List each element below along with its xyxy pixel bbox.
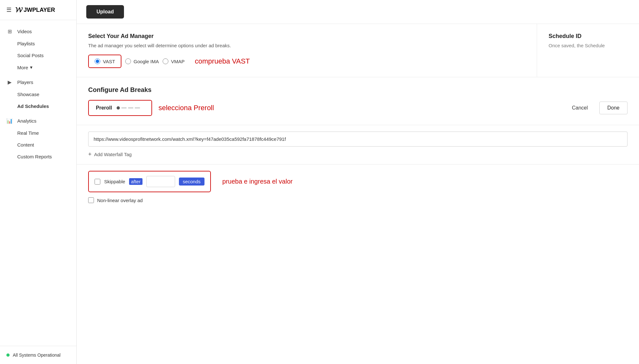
configure-title: Configure Ad Breaks (88, 86, 627, 94)
vast-label: VAST (103, 59, 115, 64)
sidebar-item-label: Analytics (17, 118, 36, 124)
dot-dash-2 (128, 108, 133, 108)
sidebar-item-analytics[interactable]: 📊 Analytics (0, 115, 76, 127)
skip-annotation: prueba e ingresa el valor (222, 178, 293, 185)
content-area: Select Your Ad Manager The ad manager yo… (77, 24, 639, 364)
chevron-down-icon: ▾ (30, 64, 33, 70)
vast-radio-input[interactable] (95, 58, 100, 64)
sidebar-item-showcase[interactable]: Showcase (0, 88, 76, 100)
logo-icon: 𝓦 (15, 6, 22, 14)
vmap-radio-input[interactable] (163, 58, 168, 64)
showcase-label: Showcase (17, 92, 39, 97)
vast-radio-option[interactable]: VAST (95, 58, 115, 64)
vast-radio-box: VAST (88, 55, 121, 68)
schedule-id-title: Schedule ID (549, 33, 627, 40)
seconds-label: seconds (179, 178, 204, 186)
social-posts-label: Social Posts (17, 53, 44, 58)
playlists-label: Playlists (17, 41, 35, 46)
sidebar-item-real-time[interactable]: Real Time (0, 127, 76, 139)
analytics-icon: 📊 (6, 118, 13, 124)
play-icon: ▶ (6, 79, 13, 85)
vmap-label: VMAP (171, 59, 185, 64)
done-button[interactable]: Done (599, 102, 627, 114)
cancel-button[interactable]: Cancel (567, 102, 593, 114)
sidebar-item-videos[interactable]: ⊞ Videos (0, 25, 76, 38)
nonlinear-checkbox[interactable] (88, 197, 94, 203)
ad-schedules-label: Ad Schedules (17, 103, 49, 109)
nonlinear-row: Non-linear overlay ad (88, 197, 627, 203)
real-time-label: Real Time (17, 130, 39, 136)
sidebar-item-content[interactable]: Content (0, 139, 76, 151)
main-content: Upload Select Your Ad Manager The ad man… (77, 0, 639, 364)
plus-icon: + (88, 151, 92, 158)
logo: 𝓦 JWPLAYER (15, 6, 55, 14)
sidebar-item-players[interactable]: ▶ Players (0, 76, 76, 88)
vast-annotation: comprueba VAST (195, 57, 250, 65)
url-section: + Add Waterfall Tag (77, 125, 639, 164)
skippable-row: Skippable after seconds prueba e ingresa… (88, 171, 627, 192)
custom-reports-label: Custom Reports (17, 154, 52, 159)
grid-icon: ⊞ (6, 28, 13, 34)
sidebar-item-playlists[interactable]: Playlists (0, 38, 76, 49)
nav-group-videos: ⊞ Videos Playlists Social Posts More ▾ (0, 25, 76, 73)
vast-url-input[interactable] (88, 132, 627, 147)
sidebar-item-custom-reports[interactable]: Custom Reports (0, 151, 76, 163)
sidebar-item-label: Videos (17, 29, 32, 34)
google-ima-radio-option[interactable]: Google IMA (125, 58, 159, 64)
ad-manager-row: Select Your Ad Manager The ad manager yo… (77, 24, 639, 77)
status-text: All Systems Operational (13, 353, 60, 358)
schedule-id-section: Schedule ID Once saved, the Schedule (537, 24, 639, 77)
status-dot (6, 353, 10, 357)
sidebar-item-more[interactable]: More ▾ (0, 61, 76, 73)
nav-group-analytics: 📊 Analytics Real Time Content Custom Rep… (0, 115, 76, 163)
preroll-row: Preroll selecciona Preroll Cancel Done (88, 100, 627, 116)
vmap-radio-option[interactable]: VMAP (163, 58, 185, 64)
waterfall-label: Add Waterfall Tag (94, 152, 132, 157)
hamburger-icon[interactable]: ☰ (6, 6, 12, 13)
skippable-section: Skippable after seconds prueba e ingresa… (77, 164, 639, 209)
ad-manager-left: Select Your Ad Manager The ad manager yo… (77, 24, 537, 77)
preroll-box[interactable]: Preroll (88, 100, 152, 116)
preroll-dots (117, 106, 140, 110)
sidebar-header: ☰ 𝓦 JWPLAYER (0, 0, 76, 20)
schedule-id-desc: Once saved, the Schedule (549, 43, 627, 48)
radio-group: VAST Google IMA VMAP comprueba VAST (88, 55, 525, 68)
google-ima-label: Google IMA (134, 59, 159, 64)
google-ima-radio-input[interactable] (125, 58, 131, 64)
sidebar-navigation: ⊞ Videos Playlists Social Posts More ▾ ▶… (0, 20, 76, 170)
preroll-annotation: selecciona Preroll (158, 104, 214, 112)
sidebar-item-ad-schedules[interactable]: Ad Schedules (0, 100, 76, 112)
status-section: All Systems Operational (0, 346, 76, 364)
ad-manager-title: Select Your Ad Manager (88, 33, 525, 40)
configure-ad-breaks-section: Configure Ad Breaks Preroll selecciona P… (77, 77, 639, 125)
preroll-actions: Cancel Done (567, 102, 627, 114)
dot-dash (121, 108, 127, 108)
dot-filled (117, 106, 120, 110)
after-label: after (129, 178, 142, 185)
skip-seconds-input[interactable] (146, 176, 175, 187)
skippable-box: Skippable after seconds (88, 171, 211, 192)
nonlinear-label: Non-linear overlay ad (97, 198, 143, 203)
sidebar-item-social-posts[interactable]: Social Posts (0, 49, 76, 61)
content-label: Content (17, 142, 34, 148)
sidebar: ☰ 𝓦 JWPLAYER ⊞ Videos Playlists Social P… (0, 0, 77, 364)
preroll-label: Preroll (96, 105, 112, 111)
sidebar-item-label: Players (17, 80, 33, 85)
nav-group-players: ▶ Players Showcase Ad Schedules (0, 76, 76, 112)
topbar: Upload (77, 0, 639, 24)
waterfall-tag-button[interactable]: + Add Waterfall Tag (88, 151, 627, 158)
skippable-label: Skippable (104, 179, 125, 184)
more-label: More (17, 65, 28, 70)
dot-dash-3 (135, 108, 140, 108)
ad-manager-desc: The ad manager you select will determine… (88, 43, 525, 48)
upload-button[interactable]: Upload (86, 5, 124, 19)
skippable-checkbox[interactable] (95, 179, 100, 185)
logo-text: JWPLAYER (24, 7, 55, 13)
